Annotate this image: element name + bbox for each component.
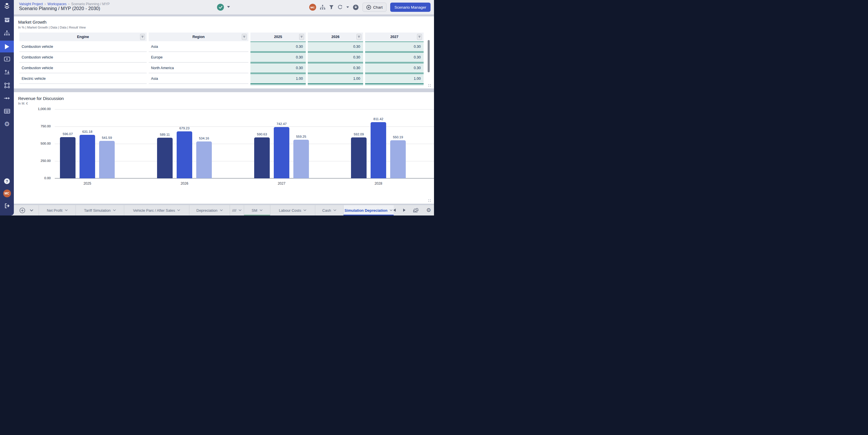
sheet-tab-label: Tariff Simulation bbox=[84, 208, 111, 213]
archive-icon[interactable] bbox=[0, 15, 14, 25]
panel-resize-handle[interactable] bbox=[428, 199, 431, 202]
sheet-tab-vehicle-parc-after-sales[interactable]: Vehicle Parc / After Sales bbox=[124, 205, 189, 216]
cell-value[interactable]: 0.30 bbox=[365, 63, 424, 73]
tab-settings-gear-icon[interactable]: ⚙ bbox=[426, 207, 431, 214]
bar-hybrid-vehicle-2025[interactable] bbox=[99, 141, 115, 178]
tab-bar-controls: ⚙ bbox=[393, 205, 431, 216]
sheet-tab-simulation-depreciation[interactable]: Simulation Depreciation bbox=[343, 205, 394, 216]
bar-electric-vehicle-2028[interactable] bbox=[371, 122, 386, 178]
y-axis-tick-label: 750.00 bbox=[25, 124, 51, 128]
status-check-icon[interactable] bbox=[217, 4, 224, 11]
table-title: Market Growth bbox=[18, 20, 46, 25]
cell-value[interactable]: 1.00 bbox=[250, 73, 306, 84]
table-scrollbar[interactable] bbox=[428, 40, 430, 72]
bar-electric-vehicle-2027[interactable] bbox=[274, 127, 289, 178]
sheet-tab-cash[interactable]: Cash bbox=[315, 205, 343, 216]
cell-value[interactable]: 0.30 bbox=[250, 63, 306, 73]
status-dropdown-caret[interactable] bbox=[227, 6, 230, 8]
table-view-icon[interactable] bbox=[0, 106, 14, 116]
svg-text:?: ? bbox=[6, 179, 8, 184]
sheet-tab-labour-costs[interactable]: Labour Costs bbox=[270, 205, 315, 216]
bar-value-label: 550.19 bbox=[385, 135, 411, 139]
x-axis-tick-label: 2026 bbox=[170, 182, 199, 186]
bar-hybrid-vehicle-2028[interactable] bbox=[390, 140, 406, 178]
chart-subtitle: In M. € bbox=[18, 102, 28, 105]
bar-hybrid-vehicle-2027[interactable] bbox=[293, 140, 309, 178]
frame-object-icon[interactable] bbox=[0, 81, 14, 90]
y-axis-tick-label: 0.00 bbox=[25, 176, 51, 180]
sidebar-item-workspace-active[interactable] bbox=[0, 41, 14, 53]
y-axis-tick-label: 500.00 bbox=[25, 142, 51, 145]
column-header-label: 2025 bbox=[274, 35, 282, 39]
add-sheet-caret-icon[interactable] bbox=[30, 210, 33, 212]
table-row-partial bbox=[250, 84, 306, 86]
model-hierarchy-icon[interactable] bbox=[0, 28, 14, 38]
filter-icon[interactable] bbox=[329, 5, 334, 9]
cell-value[interactable]: 1.00 bbox=[308, 73, 363, 84]
import-export-icon[interactable] bbox=[0, 67, 14, 76]
column-filter-button[interactable] bbox=[356, 34, 361, 40]
sidebar-avatar[interactable]: MC bbox=[0, 188, 14, 198]
breadcrumb: Valsight Project › Workspaces › Scenario… bbox=[19, 2, 110, 6]
column-header-2026[interactable]: 2026 bbox=[308, 33, 363, 41]
bar-combustion-vehicle-2027[interactable] bbox=[254, 137, 270, 178]
cell-value[interactable]: 0.30 bbox=[250, 52, 306, 63]
sheet-tab-depreciation[interactable]: Depreciation bbox=[189, 205, 230, 216]
refresh-icon[interactable] bbox=[337, 5, 343, 10]
presentation-play-icon[interactable] bbox=[0, 54, 14, 64]
sheet-tab-sm[interactable]: SM bbox=[244, 205, 270, 216]
add-chart-label: Chart bbox=[373, 5, 383, 9]
cell-value[interactable]: 0.30 bbox=[250, 41, 306, 52]
model-hierarchy-icon[interactable] bbox=[320, 5, 326, 10]
cell-value[interactable]: 0.30 bbox=[308, 41, 363, 52]
column-header-2027[interactable]: 2027 bbox=[365, 33, 424, 41]
sheet-tab-net-profit[interactable]: Net Profit bbox=[39, 205, 75, 216]
cell-value[interactable]: 0.30 bbox=[308, 63, 363, 73]
add-chart-button[interactable]: Chart bbox=[363, 3, 386, 12]
x-axis-tick-label: 2028 bbox=[364, 182, 393, 186]
scenario-manager-button[interactable]: Scenario Manager bbox=[390, 3, 431, 12]
scroll-tabs-right-icon[interactable] bbox=[403, 209, 405, 212]
sheet-tab-bar: Net ProfitTariff SimulationVehicle Parc … bbox=[14, 205, 434, 216]
cell-value[interactable]: 0.30 bbox=[365, 41, 424, 52]
panel-resize-handle[interactable] bbox=[428, 84, 431, 87]
bar-combustion-vehicle-2025[interactable] bbox=[60, 137, 75, 178]
bar-combustion-vehicle-2026[interactable] bbox=[157, 138, 173, 178]
breadcrumb-workspaces-link[interactable]: Workspaces bbox=[48, 2, 67, 6]
cell-value[interactable]: 0.30 bbox=[365, 52, 424, 63]
help-icon[interactable]: ? bbox=[0, 176, 14, 186]
column-header-label: 2027 bbox=[391, 35, 399, 39]
column-header-region[interactable]: Region bbox=[149, 33, 248, 41]
column-filter-button[interactable] bbox=[417, 34, 422, 40]
driver-flow-icon[interactable] bbox=[0, 93, 14, 103]
table-subtitle: In % | Market Growth | Data | Data | Res… bbox=[18, 26, 86, 29]
header-toolbar: MC Chart Scenario Manager bbox=[309, 0, 431, 14]
cell-engine: Combustion vehicle bbox=[19, 63, 147, 73]
valsight-logo-icon[interactable] bbox=[0, 1, 14, 11]
bar-hybrid-vehicle-2026[interactable] bbox=[196, 142, 212, 178]
sheet-tab--[interactable]: //// bbox=[230, 205, 244, 216]
refresh-dropdown-caret[interactable] bbox=[346, 6, 349, 8]
user-avatar[interactable]: MC bbox=[309, 4, 316, 11]
scroll-tabs-left-icon[interactable] bbox=[393, 209, 396, 212]
settings-gear-icon[interactable]: ⚙ bbox=[0, 119, 14, 129]
cell-value[interactable]: 0.30 bbox=[308, 52, 363, 63]
logout-icon[interactable] bbox=[0, 201, 14, 211]
column-header-engine[interactable]: Engine bbox=[19, 33, 147, 41]
cell-engine: Electric vehicle bbox=[19, 73, 147, 84]
section-divider[interactable] bbox=[14, 88, 434, 92]
breadcrumb-project-link[interactable]: Valsight Project bbox=[19, 2, 43, 6]
add-sheet-icon[interactable] bbox=[19, 208, 25, 214]
column-filter-button[interactable] bbox=[299, 34, 304, 40]
sheet-tab-tariff-simulation[interactable]: Tariff Simulation bbox=[75, 205, 124, 216]
cell-value[interactable]: 1.00 bbox=[365, 73, 424, 84]
column-filter-button[interactable] bbox=[140, 34, 145, 40]
gridline bbox=[55, 109, 434, 110]
find-sheet-icon[interactable] bbox=[413, 208, 419, 213]
bar-combustion-vehicle-2028[interactable] bbox=[351, 137, 367, 178]
column-filter-button[interactable] bbox=[242, 34, 247, 40]
download-icon[interactable] bbox=[353, 4, 359, 10]
column-header-2025[interactable]: 2025 bbox=[250, 33, 306, 41]
bar-electric-vehicle-2026[interactable] bbox=[177, 131, 192, 178]
bar-electric-vehicle-2025[interactable] bbox=[80, 135, 95, 178]
